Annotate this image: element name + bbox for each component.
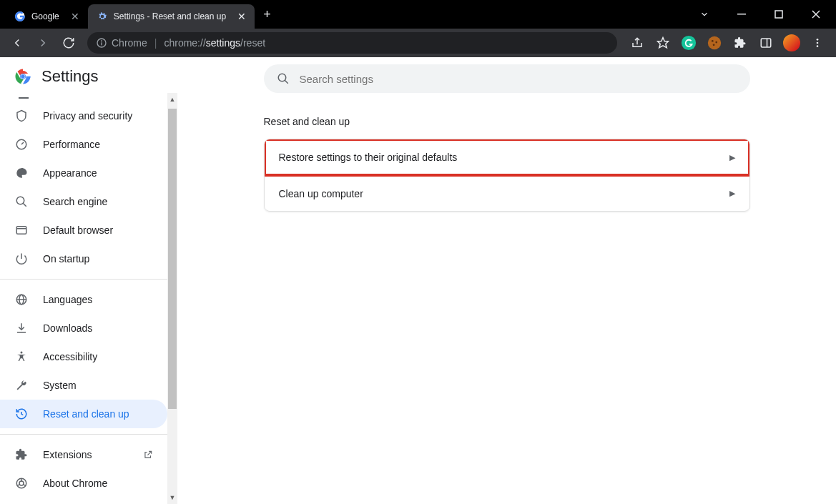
accessibility-icon	[14, 350, 29, 364]
chevron-down-icon[interactable]	[690, 3, 719, 26]
sidebar-item-label: Performance	[43, 139, 100, 150]
external-link-icon	[143, 450, 153, 460]
browser-toolbar: Chrome | chrome://settings/reset	[0, 29, 836, 57]
globe-icon	[14, 292, 29, 307]
svg-line-42	[17, 485, 19, 486]
search-icon	[277, 72, 290, 85]
sidebar-item-appearance[interactable]: Appearance	[0, 159, 167, 187]
svg-point-6	[101, 40, 102, 41]
restore-icon	[14, 407, 29, 421]
tab-google[interactable]: Google ✕	[6, 4, 88, 29]
download-icon	[14, 321, 29, 335]
sidebar-item-label: Accessibility	[43, 351, 97, 362]
sidebar-item-privacy[interactable]: Privacy and security	[0, 102, 167, 130]
svg-line-25	[21, 142, 24, 144]
extension-cookie-icon[interactable]	[704, 33, 724, 53]
tab-settings[interactable]: Settings - Reset and clean up ✕	[88, 4, 255, 29]
share-icon[interactable]	[627, 33, 647, 53]
row-clean-up-computer[interactable]: Clean up computer ▶	[265, 175, 749, 211]
scroll-up-icon[interactable]: ▲	[167, 94, 177, 104]
reset-card: Restore settings to their original defau…	[264, 139, 750, 212]
settings-content: Settings Privacy and security Performanc…	[0, 57, 836, 504]
svg-point-17	[817, 42, 819, 44]
svg-point-9	[682, 36, 696, 50]
svg-point-10	[708, 36, 721, 49]
svg-point-36	[21, 352, 23, 354]
sidebar-item-system[interactable]: System	[0, 371, 167, 400]
sidebar-item-performance[interactable]: Performance	[0, 130, 167, 159]
window-titlebar: Google ✕ Settings - Reset and clean up ✕…	[0, 0, 836, 29]
svg-rect-1	[737, 14, 746, 15]
menu-icon[interactable]	[807, 33, 827, 53]
svg-point-12	[715, 41, 717, 44]
secure-label: Chrome	[112, 37, 147, 49]
svg-line-41	[24, 485, 26, 486]
search-icon	[14, 194, 29, 209]
settings-header: Settings	[0, 57, 177, 93]
svg-rect-14	[761, 39, 771, 47]
speedometer-icon	[14, 137, 29, 152]
svg-rect-2	[775, 11, 782, 18]
sidebar-item-extensions[interactable]: Extensions	[0, 440, 167, 469]
maximize-button[interactable]	[764, 3, 793, 26]
scrollbar-thumb[interactable]	[168, 109, 177, 409]
address-bar[interactable]: Chrome | chrome://settings/reset	[87, 32, 617, 54]
svg-point-11	[712, 40, 714, 42]
settings-search[interactable]	[264, 64, 750, 93]
site-info-button[interactable]: Chrome	[96, 37, 147, 49]
reload-button[interactable]	[57, 31, 80, 54]
sidebar-item-label: Reset and clean up	[43, 408, 129, 420]
sidebar-item-accessibility[interactable]: Accessibility	[0, 342, 167, 371]
svg-line-44	[285, 80, 288, 84]
close-icon[interactable]: ✕	[71, 11, 79, 22]
svg-marker-8	[658, 38, 669, 48]
sidebar-item-on-startup[interactable]: On startup	[0, 244, 167, 273]
browser-icon	[14, 223, 29, 237]
scroll-down-icon[interactable]: ▼	[167, 493, 177, 503]
wrench-icon	[14, 378, 29, 392]
gear-icon	[97, 11, 108, 22]
sidebar-item-label: On startup	[43, 253, 89, 265]
window-controls	[690, 3, 836, 26]
section-title: Reset and clean up	[264, 116, 750, 127]
sidebar-item-reset[interactable]: Reset and clean up	[0, 400, 167, 428]
svg-rect-23	[19, 97, 29, 99]
minimize-button[interactable]	[727, 3, 756, 26]
row-restore-defaults[interactable]: Restore settings to their original defau…	[265, 139, 749, 175]
sidebar-item-label: Search engine	[43, 196, 107, 207]
sidebar-item-languages[interactable]: Languages	[0, 285, 167, 314]
sidebar-item-default-browser[interactable]: Default browser	[0, 216, 167, 244]
search-input[interactable]	[300, 73, 737, 85]
palette-icon	[14, 166, 29, 180]
sidebar-item-search-engine[interactable]: Search engine	[0, 187, 167, 216]
sidebar-item-label: Languages	[43, 294, 92, 305]
sidebar-item-label: Extensions	[43, 449, 92, 460]
profile-avatar[interactable]	[782, 33, 802, 53]
svg-point-13	[713, 44, 715, 46]
chrome-logo-icon	[14, 68, 31, 85]
svg-line-37	[147, 451, 151, 455]
close-window-button[interactable]	[802, 3, 830, 26]
sidebar-nav: Privacy and security Performance Appeara…	[0, 93, 177, 504]
bookmark-icon[interactable]	[653, 33, 673, 53]
sidebar-item-about[interactable]: About Chrome	[0, 469, 167, 498]
scrollbar-track[interactable]: ▲ ▼	[167, 93, 177, 504]
svg-point-22	[21, 74, 25, 79]
sidebar-item-downloads[interactable]: Downloads	[0, 314, 167, 342]
tab-title: Google	[31, 11, 59, 21]
svg-point-39	[19, 481, 24, 485]
back-button[interactable]	[6, 31, 29, 54]
shield-icon	[14, 109, 29, 123]
settings-sidebar: Settings Privacy and security Performanc…	[0, 57, 177, 504]
chevron-right-icon: ▶	[729, 153, 735, 162]
tab-title: Settings - Reset and clean up	[114, 11, 226, 21]
sidebar-item-label: Privacy and security	[43, 110, 132, 122]
sidepanel-icon[interactable]	[756, 33, 776, 53]
close-icon[interactable]: ✕	[237, 11, 246, 22]
extension-grammarly-icon[interactable]	[679, 33, 699, 53]
svg-line-27	[23, 203, 26, 207]
new-tab-button[interactable]: +	[255, 7, 280, 22]
extensions-icon[interactable]	[730, 33, 750, 53]
tab-strip: Google ✕ Settings - Reset and clean up ✕…	[0, 0, 280, 29]
forward-button[interactable]	[31, 31, 54, 54]
